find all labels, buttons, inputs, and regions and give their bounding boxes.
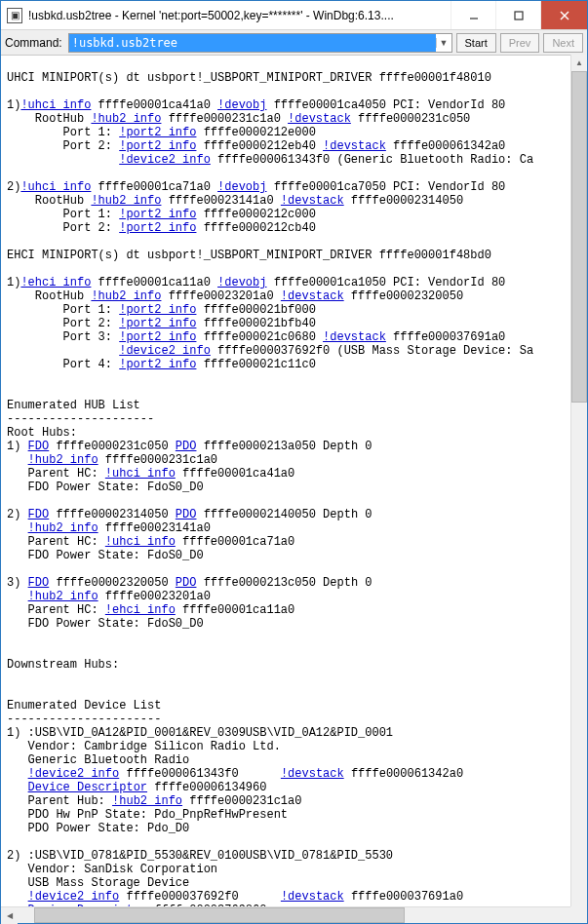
command-input[interactable] (69, 34, 436, 52)
uhci-info-link[interactable]: !uhci_info (20, 180, 91, 194)
devstack-link[interactable]: !devstack (281, 194, 344, 208)
text: ffffe000061343f0 (119, 767, 281, 781)
devstack-link[interactable]: !devstack (281, 767, 344, 781)
text: Parent Hub: (7, 794, 112, 808)
svg-rect-1 (515, 12, 523, 19)
device2-info-link[interactable]: !device2_info (28, 767, 120, 781)
text: ffffe000021c0680 (196, 330, 323, 344)
scroll-left-icon[interactable]: ◀ (1, 907, 18, 924)
text: ffffe000037691a0 (344, 890, 463, 904)
fdo-link[interactable]: FDO (28, 440, 50, 453)
pdo-link[interactable]: PDO (176, 440, 197, 453)
hub2-info-link[interactable]: !hub2_info (28, 590, 98, 603)
port2-info-link[interactable]: !port2_info (119, 139, 196, 153)
devobj-link[interactable]: !devobj (217, 180, 266, 194)
text: --------------------- (7, 412, 154, 426)
devstack-link[interactable]: !devstack (288, 112, 351, 126)
text: ffffe0000212c000 (196, 208, 323, 221)
prev-button[interactable]: Prev (500, 33, 540, 53)
port2-info-link[interactable]: !port2_info (119, 358, 196, 371)
port2-info-link[interactable]: !port2_info (119, 330, 196, 344)
port2-info-link[interactable]: !port2_info (119, 221, 196, 235)
text: ffffe00002320050 (49, 576, 176, 590)
text: ffffe00023201a0 (98, 590, 211, 603)
text: ffffe0000231c050 (49, 440, 176, 453)
text: ffffe0000213a050 Depth 0 (196, 440, 372, 453)
start-button[interactable]: Start (456, 33, 496, 53)
text (7, 767, 28, 781)
ehci-info-link[interactable]: !ehci_info (105, 603, 176, 617)
uhci-info-link[interactable]: !uhci_info (105, 467, 176, 481)
device-descriptor-link[interactable]: Device Descriptor (28, 781, 147, 794)
port2-info-link[interactable]: !port2_info (119, 126, 196, 139)
text: ffffe00001ca71a0 (176, 535, 294, 549)
text: Parent HC: (7, 467, 105, 481)
text: ffffe0000212e000 (196, 126, 323, 139)
text: ffffe000037691a0 (386, 330, 505, 344)
hub2-info-link[interactable]: !hub2_info (91, 194, 161, 208)
text: Vendor: SanDisk Corporation (7, 863, 217, 876)
uhci-info-link[interactable]: !uhci_info (20, 98, 91, 112)
hub2-info-link[interactable]: !hub2_info (91, 289, 161, 303)
text: PDO Power State: Pdo_D0 (7, 822, 189, 835)
hub2-info-link[interactable]: !hub2_info (28, 521, 98, 535)
vertical-scrollbar[interactable]: ▲ (570, 55, 587, 906)
text: USB Mass Storage Device (7, 876, 189, 890)
next-button[interactable]: Next (543, 33, 583, 53)
text: 1) (7, 98, 20, 112)
text: FDO Power State: FdoS0_D0 (7, 549, 204, 562)
text: ffffe000037692f0 (USB Mass Storage Devic… (211, 344, 533, 358)
devstack-link[interactable]: !devstack (323, 139, 386, 153)
scroll-thumb[interactable] (571, 71, 587, 403)
pdo-link[interactable]: PDO (176, 576, 197, 590)
text: ffffe0000231c1a0 (182, 794, 301, 808)
text: Port 2: (7, 317, 119, 330)
text: Port 3: (7, 330, 119, 344)
devstack-link[interactable]: !devstack (323, 330, 386, 344)
devstack-link[interactable]: !devstack (281, 289, 344, 303)
port2-info-link[interactable]: !port2_info (119, 303, 196, 317)
text: ffffe000061342a0 (344, 767, 463, 781)
fdo-link[interactable]: FDO (28, 576, 50, 590)
text: ffffe00023201a0 (161, 289, 280, 303)
pdo-link[interactable]: PDO (176, 508, 197, 521)
uhci-info-link[interactable]: !uhci_info (105, 535, 176, 549)
text (7, 453, 28, 467)
text: PDO Hw PnP State: Pdo_PnpRefHwPresent (7, 808, 288, 822)
text: ffffe00002314050 (49, 508, 176, 521)
hub2-info-link[interactable]: !hub2_info (91, 112, 161, 126)
close-button[interactable] (540, 1, 587, 29)
devstack-link[interactable]: !devstack (281, 890, 344, 904)
text: ffffe00001ca4050 PCI: VendorId 80 (266, 98, 505, 112)
text: ---------------------- (7, 712, 161, 726)
window-title: !usbkd.usb2tree - Kernel 'net:port=50002… (28, 9, 451, 22)
text: FDO Power State: FdoS0_D0 (7, 481, 204, 494)
hub2-info-link[interactable]: !hub2_info (28, 453, 98, 467)
fdo-link[interactable]: FDO (28, 508, 50, 521)
command-dropdown-icon[interactable]: ▼ (436, 38, 451, 48)
minimize-button[interactable] (451, 1, 495, 29)
text: ffffe0000231c1a0 (98, 453, 217, 467)
device2-info-link[interactable]: !device2_info (28, 890, 120, 904)
devobj-link[interactable]: !devobj (217, 98, 266, 112)
text: Generic Bluetooth Radio (7, 753, 189, 767)
devobj-link[interactable]: !devobj (217, 276, 266, 289)
text: Root Hubs: (7, 426, 77, 440)
device2-info-link[interactable]: !device2_info (119, 344, 211, 358)
scroll-thumb-h[interactable] (34, 907, 405, 923)
horizontal-scrollbar[interactable]: ◀ (1, 906, 587, 923)
text: RootHub (7, 289, 91, 303)
text: ffffe00001ca1050 PCI: VendorId 80 (266, 276, 505, 289)
ehci-info-link[interactable]: !ehci_info (20, 276, 91, 289)
device2-info-link[interactable]: !device2_info (119, 153, 211, 167)
text: 2) (7, 180, 20, 194)
text: ffffe00006134960 (147, 781, 266, 794)
maximize-button[interactable] (495, 1, 540, 29)
text: ffffe000021bfb40 (196, 317, 323, 330)
scroll-up-icon[interactable]: ▲ (571, 55, 587, 71)
port2-info-link[interactable]: !port2_info (119, 317, 196, 330)
text: ffffe0000212eb40 (196, 139, 323, 153)
text: 1) :USB\VID_0A12&PID_0001&REV_0309USB\VI… (7, 726, 393, 740)
port2-info-link[interactable]: !port2_info (119, 208, 196, 221)
hub2-info-link[interactable]: !hub2_info (112, 794, 182, 808)
